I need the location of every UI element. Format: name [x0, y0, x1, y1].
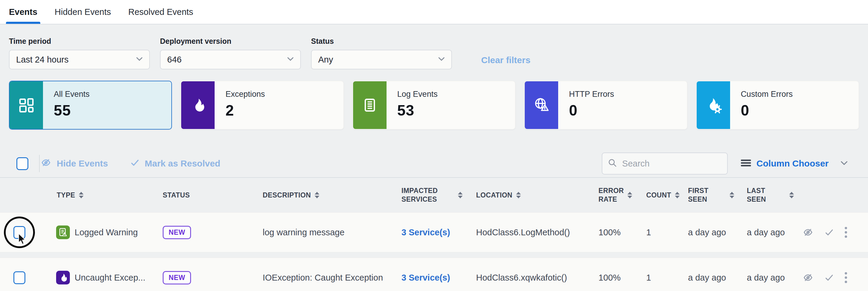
select-all-checkbox[interactable]: [17, 157, 28, 170]
column-chooser-button[interactable]: Column Chooser: [741, 158, 848, 169]
globe-warning-icon: [525, 81, 558, 129]
filter-deployment-version-label: Deployment version: [160, 37, 301, 45]
search-input[interactable]: [621, 158, 722, 169]
tabs-bar: Events Hidden Events Resolved Events: [0, 0, 868, 25]
filters-row: Time period Last 24 hours Deployment ver…: [0, 25, 868, 69]
last-seen-value: a day ago: [734, 273, 794, 283]
card-count: 55: [54, 102, 90, 119]
tab-events[interactable]: Events: [9, 0, 37, 24]
events-dashboard: Events Hidden Events Resolved Events Tim…: [0, 0, 868, 291]
flame-gear-icon: [697, 81, 730, 129]
event-type-label: Uncaught Excep...: [74, 273, 145, 283]
card-label: Custom Errors: [741, 89, 793, 99]
column-header-first-seen[interactable]: FIRST SEEN: [675, 186, 734, 204]
tab-hidden-events[interactable]: Hidden Events: [55, 0, 111, 24]
card-log-events[interactable]: Log Events 53: [352, 81, 516, 130]
time-period-value: Last 24 hours: [16, 55, 69, 65]
summary-cards: All Events 55 Exceptions 2: [0, 69, 868, 130]
impacted-services-link[interactable]: 3 Service(s): [397, 227, 463, 238]
column-header-status[interactable]: STATUS: [155, 191, 257, 199]
table-toolbar: Hide Events Mark as Resolved: [0, 150, 868, 177]
table-header: TYPE STATUS DESCRIPTION IMPACTED SERVICE…: [0, 178, 868, 212]
sort-icon: [516, 192, 521, 198]
filter-time-period-label: Time period: [9, 37, 150, 45]
hide-events-button[interactable]: Hide Events: [40, 157, 108, 170]
column-header-error-rate[interactable]: ERROR RATE: [594, 186, 631, 204]
count-value: 1: [639, 227, 675, 238]
eye-slash-icon: [40, 157, 52, 170]
column-header-type[interactable]: TYPE: [39, 191, 155, 199]
impacted-services-link[interactable]: 3 Service(s): [397, 273, 463, 283]
sort-icon: [458, 192, 463, 198]
card-count: 0: [741, 102, 793, 119]
error-rate-value: 100%: [594, 227, 631, 238]
clear-filters-button[interactable]: Clear filters: [481, 55, 530, 65]
mark-resolved-button[interactable]: [824, 273, 835, 282]
table-row: Uncaught Excep... NEW IOException: Caugh…: [0, 258, 868, 291]
hide-event-button[interactable]: [802, 272, 814, 283]
search-box: [602, 152, 728, 175]
sort-icon: [627, 192, 632, 198]
hamburger-icon: [741, 159, 751, 168]
filter-status-label: Status: [311, 37, 452, 45]
hide-events-label: Hide Events: [57, 158, 108, 169]
status-value: Any: [318, 55, 333, 65]
first-seen-value: a day ago: [675, 227, 734, 238]
card-count: 0: [569, 102, 614, 119]
status-badge: NEW: [163, 271, 191, 285]
more-options-kebab-icon[interactable]: [844, 271, 848, 284]
log-document-icon: [353, 81, 386, 129]
hide-event-button[interactable]: [802, 227, 814, 238]
sort-icon: [79, 192, 84, 198]
card-custom-errors[interactable]: Custom Errors 0: [696, 81, 859, 130]
card-label: All Events: [54, 89, 90, 99]
error-rate-value: 100%: [594, 273, 631, 283]
chevron-down-icon: [438, 57, 445, 62]
card-count: 2: [225, 102, 265, 119]
search-icon: [608, 158, 617, 169]
filter-time-period: Time period Last 24 hours: [9, 37, 150, 69]
time-period-select[interactable]: Last 24 hours: [9, 50, 150, 69]
sort-icon: [789, 192, 794, 198]
flame-icon: [181, 81, 215, 129]
check-icon: [129, 158, 140, 170]
deployment-version-select[interactable]: 646: [160, 50, 301, 69]
deployment-version-value: 646: [167, 55, 182, 65]
table-row: Logged Warning NEW log warning message 3…: [0, 212, 868, 252]
chevron-down-icon: [136, 57, 143, 62]
column-header-impacted-services[interactable]: IMPACTED SERVICES: [397, 186, 463, 204]
event-description: IOException: Caught Exception: [257, 273, 397, 283]
card-all-events[interactable]: All Events 55: [9, 81, 172, 130]
card-http-errors[interactable]: HTTP Errors 0: [524, 81, 687, 130]
column-header-last-seen[interactable]: LAST SEEN: [734, 186, 794, 204]
column-header-count[interactable]: COUNT: [639, 191, 675, 199]
chevron-down-icon: [841, 161, 848, 167]
row-checkbox[interactable]: [13, 271, 25, 284]
card-label: HTTP Errors: [569, 89, 614, 99]
status-badge: NEW: [163, 226, 191, 239]
mark-as-resolved-label: Mark as Resolved: [145, 158, 220, 169]
filter-status: Status Any: [311, 37, 452, 69]
filter-deployment-version: Deployment version 646: [160, 37, 301, 69]
card-exceptions[interactable]: Exceptions 2: [181, 81, 344, 130]
event-location: HodClass6.xqwkafotic(): [466, 273, 594, 283]
first-seen-value: a day ago: [675, 273, 734, 283]
flame-icon: [56, 271, 70, 285]
event-description: log warning message: [257, 227, 397, 238]
card-label: Exceptions: [225, 89, 265, 99]
more-options-kebab-icon[interactable]: [844, 226, 848, 239]
dashboard-grid-icon: [9, 81, 43, 129]
card-label: Log Events: [397, 89, 438, 99]
count-value: 1: [639, 273, 675, 283]
card-count: 53: [397, 102, 438, 119]
event-location: HodClass6.LogMethod(): [466, 227, 594, 238]
mark-as-resolved-button[interactable]: Mark as Resolved: [129, 158, 220, 170]
last-seen-value: a day ago: [734, 227, 794, 238]
log-warning-icon: [56, 225, 70, 239]
status-select[interactable]: Any: [311, 50, 452, 69]
mark-resolved-button[interactable]: [824, 227, 835, 237]
row-checkbox[interactable]: [13, 226, 25, 239]
tab-resolved-events[interactable]: Resolved Events: [128, 0, 193, 24]
column-header-description[interactable]: DESCRIPTION: [257, 191, 397, 199]
column-header-location[interactable]: LOCATION: [466, 191, 594, 199]
